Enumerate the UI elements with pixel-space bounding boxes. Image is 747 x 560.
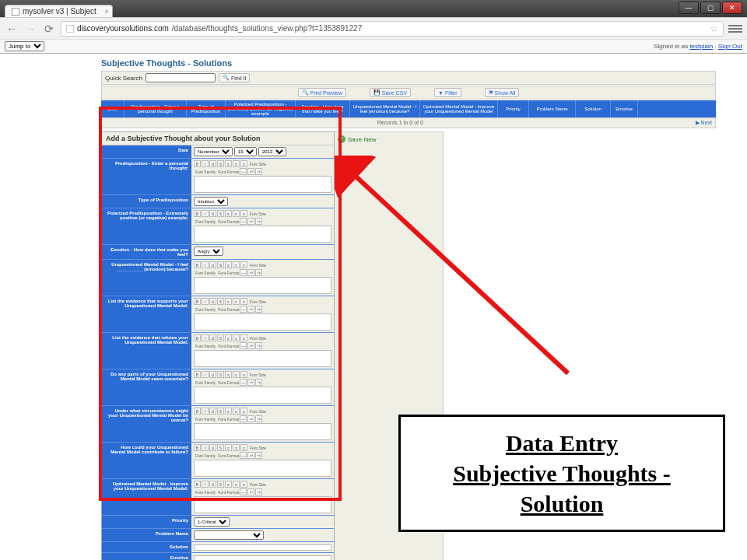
umm-rte[interactable]: BIUS≡≡≡Font Size Font FamilyFont Format—… [191,260,334,296]
search-icon: 🔍 [223,75,230,81]
label-umm: Unquestioned Mental Model - I feel _____… [102,260,191,296]
label-emotive: Emotive [102,553,191,560]
minimize-button[interactable]: — [679,2,699,14]
evidence-refute-rte[interactable]: BIUS≡≡≡Font Size Font FamilyFont Format—… [191,333,334,369]
sign-out-link[interactable]: Sign Out [718,43,742,50]
predisposition-rte[interactable]: BIUS≡≡≡Font Size Font FamilyFont Format—… [191,159,334,194]
uncertain-rte[interactable]: BIUS≡≡≡Font Size Font FamilyFont Format—… [191,369,334,405]
page-icon-small [66,25,74,33]
label-solution: Solution [102,542,191,552]
label-emotion: Emotion - How does that make you feel? [102,245,191,259]
solution-input[interactable] [194,544,331,551]
save-new-button[interactable]: ✓ Save New [338,135,376,143]
label-date: Date [102,145,191,158]
save-csv-button[interactable]: 💾 Save CSV [370,88,411,97]
optimized-rte[interactable]: BIUS≡≡≡Font Size Font FamilyFont Format—… [191,479,334,515]
page-title: Subjective Thoughts - Solutions [101,58,716,68]
date-input-group: November 19 2013 [191,145,334,158]
month-select[interactable]: November [194,147,233,156]
polarized-rte[interactable]: BIUS≡≡≡Font Size Font FamilyFont Format—… [191,208,334,244]
col-priority[interactable]: Priority [498,100,529,117]
col-date[interactable]: Date [101,100,124,117]
bookmark-bar: Jump to Signed in as testplain · Sign Ou… [0,39,747,53]
label-circumstances: Under what circumstances might your Unqu… [102,406,191,442]
label-evidence-support: List the evidence that supports your Unq… [102,296,191,332]
records-count: Records 1 to 0 of 0 [377,120,423,126]
close-tab-icon[interactable]: × [105,8,109,16]
next-link[interactable]: ▶ Next [696,120,712,126]
form-body: Date November 19 2013 Predisposition - E… [102,145,334,560]
titlebar: mysolver v3 | Subject × — ▢ ✕ [0,0,747,17]
label-uncertain: Do any parts of your Unquestioned Mental… [102,369,191,405]
col-optimized[interactable]: Optimized Mental Model - Improve your Un… [420,100,498,117]
forward-button[interactable]: → [23,22,37,36]
label-problem-name: Problem Name [102,529,191,541]
label-priority: Priority [102,516,191,528]
reload-button[interactable]: ⟳ [42,22,56,36]
evidence-support-rte[interactable]: BIUS≡≡≡Font Size Font FamilyFont Format—… [191,296,334,332]
callout-line2: Subjective Thoughts - [453,460,671,486]
col-polarized[interactable]: Polarized Predisposition - Extremely pos… [226,100,296,117]
contribute-failure-rte[interactable]: BIUS≡≡≡Font Size Font FamilyFont Format—… [191,443,334,478]
label-evidence-refute: List the evidence that refutes your Unqu… [102,333,191,369]
action-row: 🔍 Print Preview 💾 Save CSV ▼ Filter ✖ Sh… [101,86,716,100]
close-window-button[interactable]: ✕ [722,2,742,14]
col-predisposition[interactable]: Predisposition - Enter a personal though… [124,100,187,117]
problem-name-select[interactable] [194,530,264,540]
table-header: Date Predisposition - Enter a personal t… [101,100,716,117]
form-panel: Add a Subjective Thought about your Solu… [101,131,335,560]
browser-tab[interactable]: mysolver v3 | Subject × [5,5,113,17]
url-path: /database/thoughts_solutions_view.php?t=… [172,24,362,33]
year-select[interactable]: 2013 [258,147,286,156]
user-link[interactable]: testplain [689,43,713,50]
annotation-callout: Data Entry Subjective Thoughts - Solutio… [398,415,725,532]
print-preview-button[interactable]: 🔍 Print Preview [298,88,346,97]
browser-chrome: mysolver v3 | Subject × — ▢ ✕ ← → ⟳ disc… [0,0,747,54]
check-icon: ✓ [338,135,345,143]
quick-search-row: Quick Search 🔍Find It [101,71,716,85]
col-emotive[interactable]: Emotive [611,100,638,117]
label-contribute-failure: How could your Unquestioned Mental Model… [102,443,191,478]
label-type: Type of Predisposition [102,195,191,208]
quick-search-input[interactable] [146,73,216,82]
show-all-button[interactable]: ✖ Show All [485,88,520,97]
url-host: discoveryoursolutions.com [77,24,169,33]
maximize-button[interactable]: ▢ [700,2,721,14]
col-emotion[interactable]: Emotion - How does that make you feel? [296,100,350,117]
callout-line3: Solution [521,491,604,516]
quick-search-label: Quick Search [105,75,142,82]
type-select[interactable]: Intuition [194,197,228,206]
label-polarized: Polarized Predisposition - Extremely pos… [102,208,191,244]
back-button[interactable]: ← [5,22,19,36]
emotion-select[interactable]: Angry [194,247,223,256]
url-field[interactable]: discoveryoursolutions.com/database/thoug… [61,21,724,37]
col-type[interactable]: Type of Predisposition [187,100,226,117]
find-it-button[interactable]: 🔍Find It [219,73,250,82]
day-select[interactable]: 19 [234,147,257,156]
form-header: Add a Subjective Thought about your Solu… [102,132,334,145]
signin-status: Signed in as testplain · Sign Out [654,43,742,50]
tab-title: mysolver v3 | Subject [23,7,96,16]
window-buttons: — ▢ ✕ [679,2,742,14]
label-optimized: Optimized Mental Model - Improve your Un… [102,479,191,515]
page-icon [12,8,19,16]
menu-icon[interactable] [728,22,742,36]
records-row: Records 1 to 0 of 0 ▶ Next [101,117,716,128]
callout-line1: Data Entry [506,430,618,456]
col-problem[interactable]: Problem Name [529,100,576,117]
jump-select[interactable]: Jump to [5,41,44,51]
priority-select[interactable]: 1-Critical [194,517,230,527]
col-solution[interactable]: Solution [576,100,611,117]
circumstances-rte[interactable]: BIUS≡≡≡Font Size Font FamilyFont Format—… [191,406,334,442]
bookmark-star-icon[interactable]: ☆ [710,23,718,34]
emotive-input[interactable] [194,555,331,560]
filter-button[interactable]: ▼ Filter [434,88,461,97]
col-umm[interactable]: Unquestioned Mental Model - I feel [emot… [350,100,420,117]
address-bar: ← → ⟳ discoveryoursolutions.com/database… [0,17,747,39]
label-predisposition: Predisposition - Enter a personal though… [102,159,191,194]
